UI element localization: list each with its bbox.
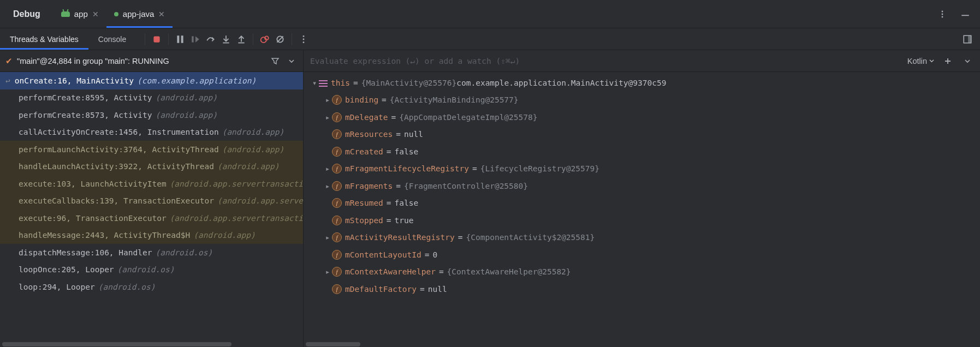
sub-tab-threads-variables[interactable]: Threads & Variables — [0, 28, 88, 50]
sub-tab-console[interactable]: Console — [88, 28, 136, 50]
frame-package: (android.app.servertransaction) — [217, 196, 303, 205]
frames-list[interactable]: ↩onCreate:16, MainActivity(com.example.a… — [0, 72, 303, 342]
svg-rect-3 — [154, 36, 160, 42]
language-selector[interactable]: Kotlin — [907, 57, 934, 65]
filter-icon[interactable] — [269, 55, 281, 67]
variable-node[interactable]: ▸fbinding={ActivityMainBinding@25577} — [304, 92, 980, 109]
variable-node[interactable]: ▸fmActivityResultRegistry={ComponentActi… — [304, 229, 980, 247]
expand-icon[interactable]: ▸ — [323, 233, 332, 242]
layout-settings-icon[interactable] — [961, 33, 973, 45]
mute-breakpoints-icon[interactable] — [274, 33, 286, 45]
step-out-icon[interactable] — [235, 33, 247, 45]
expand-icon[interactable]: ▸ — [323, 164, 332, 173]
variable-name: this — [331, 79, 350, 87]
frame-text: dispatchMessage:106, Handler — [19, 248, 152, 257]
stack-frame[interactable]: performCreate:8573, Activity(android.app… — [0, 106, 303, 124]
variable-name: mContextAwareHelper — [345, 267, 436, 276]
svg-point-13 — [303, 38, 305, 40]
vars-dropdown-icon[interactable] — [961, 55, 973, 67]
stop-icon[interactable] — [151, 33, 163, 45]
svg-rect-4 — [177, 35, 180, 43]
vars-h-scrollbar[interactable] — [304, 342, 980, 347]
frames-h-scrollbar[interactable] — [0, 342, 303, 347]
expression-input[interactable]: Evaluate expression (↵) or add a watch (… — [310, 57, 900, 65]
stack-frame[interactable]: ↩onCreate:16, MainActivity(com.example.a… — [0, 72, 303, 89]
stack-frame[interactable]: performCreate:8595, Activity(android.app… — [0, 89, 303, 107]
variable-name: mFragmentLifecycleRegistry — [345, 164, 469, 173]
run-tab-label: app — [74, 9, 88, 19]
variable-node[interactable]: ▸fmContextAwareHelper={ContextAwareHelpe… — [304, 264, 980, 281]
stack-frame[interactable]: loop:294, Looper(android.os) — [0, 278, 303, 296]
pause-icon[interactable] — [174, 33, 186, 45]
variable-name: mResources — [345, 130, 393, 139]
variable-name: mActivityResultRegistry — [345, 233, 455, 242]
thread-selector[interactable]: ✔ "main"@24,884 in group "main": RUNNING — [0, 50, 303, 72]
frame-text: execute:103, LaunchActivityItem — [19, 180, 167, 188]
expand-icon[interactable]: ▸ — [323, 182, 332, 190]
expand-icon[interactable]: ▸ — [323, 95, 332, 104]
field-icon: f — [332, 284, 342, 294]
more-icon[interactable] — [936, 8, 948, 20]
variables-pane: Evaluate expression (↵) or add a watch (… — [304, 50, 980, 347]
variable-name: mStopped — [345, 216, 383, 225]
stack-frame[interactable]: handleMessage:2443, ActivityThread$H(and… — [0, 227, 303, 244]
run-config-tabs: app✕app-java✕ — [54, 0, 173, 28]
variable-node[interactable]: ▸fmResumed=false — [304, 195, 980, 212]
variable-node[interactable]: ▸fmFragments={FragmentController@25580} — [304, 177, 980, 195]
stack-frame[interactable]: loopOnce:205, Looper(android.os) — [0, 261, 303, 279]
stack-frame[interactable]: execute:103, LaunchActivityItem(android.… — [0, 175, 303, 193]
run-tab-app-java[interactable]: app-java✕ — [106, 0, 173, 28]
debug-actions — [136, 28, 316, 50]
variable-node[interactable]: ▸fmFragmentLifecycleRegistry={LifecycleR… — [304, 160, 980, 178]
object-icon — [319, 80, 328, 86]
variable-node[interactable]: ▸fmContentLayoutId=0 — [304, 246, 980, 264]
expression-bar: Evaluate expression (↵) or add a watch (… — [304, 50, 980, 72]
expand-icon[interactable]: ▸ — [323, 113, 332, 122]
frame-text: execute:96, TransactionExecutor — [19, 214, 167, 223]
variable-node[interactable]: ▾this={MainActivity@25576} com.example.a… — [304, 74, 980, 92]
stack-frame[interactable]: handleLaunchActivity:3922, ActivityThrea… — [0, 158, 303, 176]
stack-frame[interactable]: dispatchMessage:106, Handler(android.os) — [0, 244, 303, 261]
variable-node[interactable]: ▸fmCreated=false — [304, 143, 980, 160]
stack-frame[interactable]: execute:96, TransactionExecutor(android.… — [0, 210, 303, 227]
expand-icon[interactable]: ▾ — [310, 79, 319, 87]
thread-dropdown-icon[interactable] — [286, 55, 298, 67]
drop-frame-icon[interactable]: ↩ — [5, 76, 10, 85]
frame-package: (android.app) — [193, 231, 256, 240]
frame-package: (android.app) — [155, 111, 217, 119]
frame-text: performLaunchActivity:3764, ActivityThre… — [19, 145, 219, 154]
step-over-icon[interactable] — [205, 33, 217, 45]
step-into-icon[interactable] — [220, 33, 232, 45]
equals: = — [458, 233, 463, 242]
variable-name: mDelegate — [345, 113, 388, 122]
variable-value-type: {FragmentController@25580} — [404, 182, 528, 190]
frame-package: (android.os) — [98, 283, 156, 291]
stack-frame[interactable]: executeCallbacks:139, TransactionExecuto… — [0, 193, 303, 210]
equals: = — [353, 79, 358, 87]
variable-node[interactable]: ▸fmResources=null — [304, 126, 980, 143]
variable-name: mFragments — [345, 182, 393, 190]
overflow-icon[interactable] — [298, 33, 310, 45]
android-icon — [61, 11, 70, 17]
stack-frame[interactable]: performLaunchActivity:3764, ActivityThre… — [0, 141, 303, 158]
variable-name: mContentLayoutId — [345, 250, 421, 259]
variable-value-type: {ContextAwareHelper@25582} — [447, 267, 571, 276]
frame-package: (android.app.servertransaction) — [170, 214, 303, 223]
frame-text: executeCallbacks:139, TransactionExecuto… — [19, 196, 214, 205]
view-breakpoints-icon[interactable] — [259, 33, 271, 45]
minimize-icon[interactable] — [959, 8, 971, 20]
variables-tree[interactable]: ▾this={MainActivity@25576} com.example.a… — [304, 72, 980, 342]
stack-frame[interactable]: callActivityOnCreate:1456, Instrumentati… — [0, 124, 303, 141]
variable-node[interactable]: ▸fmStopped=true — [304, 212, 980, 229]
variable-node[interactable]: ▸fmDefaultFactory=null — [304, 280, 980, 298]
checkmark-icon: ✔ — [5, 56, 13, 66]
add-watch-icon[interactable] — [942, 55, 954, 67]
frame-text: loop:294, Looper — [19, 283, 95, 291]
expand-icon[interactable]: ▸ — [323, 267, 332, 276]
variable-node[interactable]: ▸fmDelegate={AppCompatDelegateImpl@25578… — [304, 109, 980, 126]
run-tab-app[interactable]: app✕ — [54, 0, 106, 28]
close-icon[interactable]: ✕ — [158, 10, 165, 19]
resume-icon[interactable] — [189, 33, 201, 45]
close-icon[interactable]: ✕ — [92, 10, 99, 19]
equals: = — [382, 95, 387, 104]
